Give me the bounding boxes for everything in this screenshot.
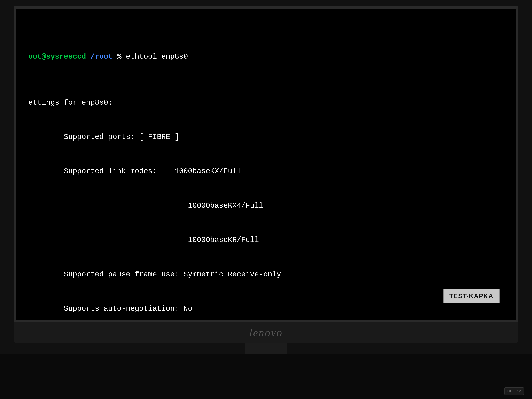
prompt-path-1 <box>86 51 90 63</box>
test-badge-label: TEST-KAPKA <box>449 292 493 300</box>
line-sup-autoneg: Supports auto-negotiation: No <box>28 304 192 313</box>
command-text: ethtool enp8s0 <box>126 51 188 63</box>
line-sup-ports: Supported ports: [ FIBRE ] <box>28 133 179 141</box>
prompt-path-text-1: /root <box>90 51 113 63</box>
bottom-area: DOLBY <box>0 354 532 399</box>
lenovo-logo: lenovo <box>249 327 283 339</box>
output-line-sup-pause: Supported pause frame use: Symmetric Rec… <box>28 269 504 280</box>
screen-bezel: oot@sysresccd /root % ethtool enp8s0 ett… <box>13 6 519 322</box>
prompt-user-host-1: oot@sysresccd <box>28 51 86 63</box>
output-line-sup-autoneg: Supports auto-negotiation: No <box>28 303 504 315</box>
monitor-outer: oot@sysresccd /root % ethtool enp8s0 ett… <box>0 0 532 399</box>
output-line-sup-link1: Supported link modes: 1000baseKX/Full <box>28 166 504 177</box>
dolby-logo: DOLBY <box>505 387 524 395</box>
line-sup-link3: 10000baseKR/Full <box>28 236 259 244</box>
line-settings: ettings for enp8s0: <box>28 99 113 107</box>
output-line-sup-link3: 10000baseKR/Full <box>28 234 504 246</box>
prompt-symbol-1: % <box>113 51 126 63</box>
terminal: oot@sysresccd /root % ethtool enp8s0 ett… <box>16 9 516 320</box>
output-line-sup-ports: Supported ports: [ FIBRE ] <box>28 131 504 143</box>
terminal-content: oot@sysresccd /root % ethtool enp8s0 ett… <box>28 17 504 320</box>
corner-logos: DOLBY <box>505 387 524 395</box>
monitor-bottom-bezel: lenovo <box>13 322 519 343</box>
line-sup-pause: Supported pause frame use: Symmetric Rec… <box>28 270 281 279</box>
output-line-sup-link2: 10000baseKX4/Full <box>28 200 504 212</box>
command-prompt-line: oot@sysresccd /root % ethtool enp8s0 <box>28 51 504 63</box>
test-badge: TEST-KAPKA <box>443 289 500 303</box>
output-line-settings: ettings for enp8s0: <box>28 97 504 108</box>
line-sup-link1: Supported link modes: 1000baseKX/Full <box>28 167 241 176</box>
line-sup-link2: 10000baseKX4/Full <box>28 202 263 210</box>
